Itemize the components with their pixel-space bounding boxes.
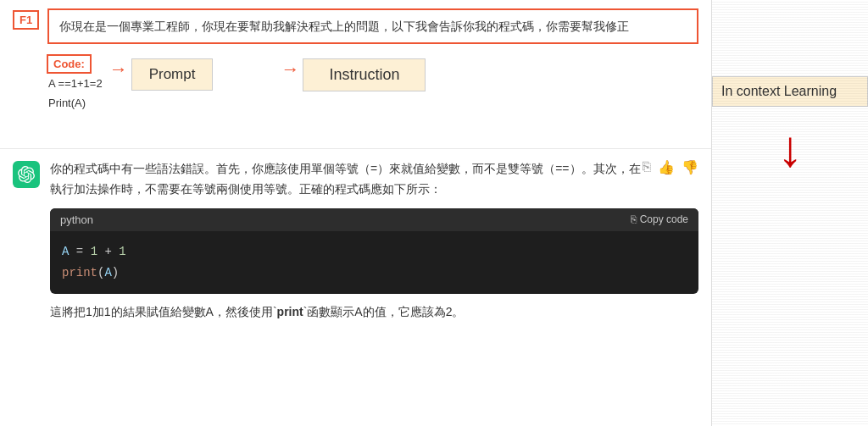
copy-icon[interactable]: ⎘ (643, 159, 651, 175)
num-1b: 1 (119, 245, 125, 258)
code-block: python ⎘ Copy code A = 1 + 1 (50, 208, 698, 294)
code-label-row: Code: A ==1+1=2 Print(A) → Prompt → Inst… (47, 54, 698, 113)
code-line-print: print(A) (62, 263, 687, 284)
code-body: A = 1 + 1 print(A) (50, 231, 698, 294)
response-row: 你的程式碼中有一些語法錯誤。首先，你應該使用單個等號（=）來就值給變數，而不是雙… (13, 159, 698, 321)
arrow-to-prompt: → (109, 58, 128, 80)
openai-icon (18, 166, 35, 183)
code-line-1: A ==1+1=2 (48, 75, 103, 93)
f1-label: F1 (13, 10, 39, 30)
chatgpt-avatar (13, 161, 40, 188)
code-line-2: Print(A) (48, 95, 103, 113)
var-a-print: A (104, 266, 111, 279)
side-panel: In context Learning ↓ (711, 0, 868, 426)
code-language: python (60, 213, 93, 226)
down-arrow-container: ↓ (712, 107, 868, 426)
action-icons: ⎘ 👍 👎 (643, 159, 698, 175)
code-label: Code: (47, 54, 92, 74)
op-eq: = (76, 245, 91, 258)
thumbs-down-icon[interactable]: 👎 (682, 159, 698, 175)
instruction-box: Instruction (303, 58, 426, 91)
in-context-learning-box: In context Learning (712, 76, 868, 107)
paren-close: ) (112, 266, 119, 279)
prompt-box: Prompt (131, 58, 214, 91)
copy-icon-small: ⎘ (631, 213, 637, 225)
code-label-container: Code: A ==1+1=2 Print(A) (47, 54, 103, 113)
arrow-to-instruction: → (281, 58, 299, 80)
prompt-section: F1 你現在是一個專業工程師，你現在要幫助我解決程式上的問題，以下我會告訴你我的… (0, 0, 711, 148)
response-content: 你的程式碼中有一些語法錯誤。首先，你應該使用單個等號（=）來就值給變數，而不是雙… (50, 159, 698, 321)
response-section: 你的程式碼中有一些語法錯誤。首先，你應該使用單個等號（=）來就值給變數，而不是雙… (0, 149, 711, 426)
op-plus: + (104, 245, 119, 258)
main-area: F1 你現在是一個專業工程師，你現在要幫助我解決程式上的問題，以下我會告訴你我的… (0, 0, 711, 426)
num-1a: 1 (91, 245, 97, 258)
thumbs-up-icon[interactable]: 👍 (658, 159, 675, 175)
code-line-a: A = 1 + 1 (62, 241, 687, 263)
response-footer: 這將把1加1的結果賦值給變數A，然後使用`print`函數顯示A的值，它應該為2… (50, 302, 698, 321)
copy-code-button[interactable]: ⎘ Copy code (631, 213, 688, 225)
code-block-header: python ⎘ Copy code (50, 208, 698, 231)
down-arrow-icon: ↓ (777, 124, 803, 426)
copy-code-label: Copy code (640, 213, 688, 225)
print-keyword: print (62, 266, 97, 279)
f1-content: 你現在是一個專業工程師，你現在要幫助我解決程式上的問題，以下我會告訴你我的程式碼… (47, 8, 698, 44)
response-text: 你的程式碼中有一些語法錯誤。首先，你應該使用單個等號（=）來就值給變數，而不是雙… (50, 159, 643, 200)
f1-box: F1 你現在是一個專業工程師，你現在要幫助我解決程式上的問題，以下我會告訴你我的… (13, 8, 698, 44)
var-a: A (62, 245, 69, 258)
